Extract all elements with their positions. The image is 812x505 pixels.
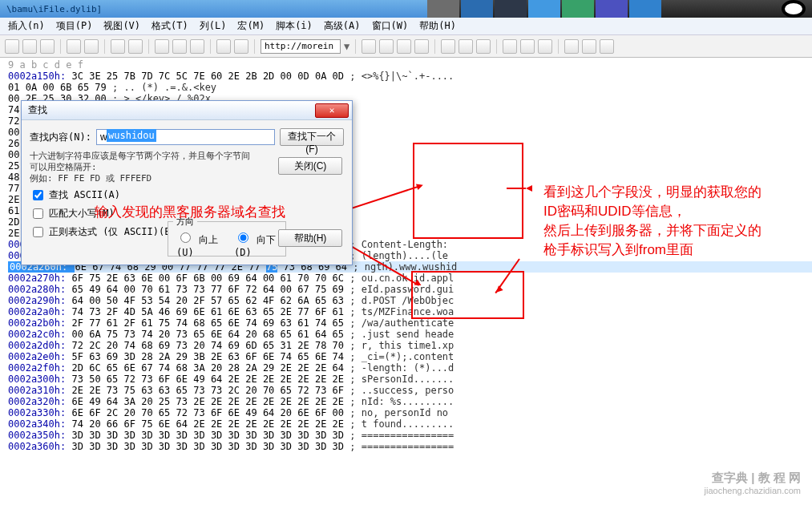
toolbar-separator bbox=[434, 39, 435, 54]
hex-ascii: ; Content-Length: bbox=[344, 239, 448, 250]
hex-row[interactable]: 0002a2d0h: 72 2C 20 74 68 69 73 20 74 69… bbox=[8, 340, 812, 351]
hex-row[interactable]: 0002a270h: 6F 75 2E 63 6E 00 6F 6B 00 69… bbox=[8, 273, 812, 284]
hex-bytes: 64 00 50 4F 53 54 20 2F 57 65 62 4F 62 6… bbox=[71, 295, 344, 306]
hex-offset: 0002a2f0h: bbox=[8, 362, 71, 374]
tool-layout1-icon[interactable] bbox=[441, 39, 455, 54]
menu-macro[interactable]: 宏(M) bbox=[237, 19, 265, 33]
tool-redo-icon[interactable] bbox=[234, 39, 248, 54]
toolbar-separator bbox=[355, 39, 356, 54]
hex-row[interactable]: 0002a2c0h: 00 6A 75 73 74 20 73 65 6E 64… bbox=[8, 329, 812, 340]
menu-insert[interactable]: 插入(n) bbox=[8, 19, 45, 33]
find-direction-group: 方向 向上(U) 向下(D) bbox=[168, 221, 286, 257]
hex-row[interactable]: 0002a310h: 2E 2E 73 75 63 63 65 73 73 2C… bbox=[8, 385, 812, 396]
tool-hex-icon[interactable] bbox=[111, 39, 125, 54]
hex-ascii: ; ..success, perso bbox=[344, 385, 454, 396]
tool-findnext-icon[interactable] bbox=[379, 39, 394, 54]
tool-window3-icon[interactable] bbox=[538, 39, 552, 54]
tool-undo-icon[interactable] bbox=[216, 39, 231, 54]
tool-settings-icon[interactable] bbox=[564, 39, 579, 54]
find-next-button[interactable]: 查找下一个(F) bbox=[280, 128, 344, 146]
tool-window1-icon[interactable] bbox=[503, 39, 517, 54]
hex-row[interactable]: 0002a2b0h: 2F 77 61 2F 61 75 74 68 65 6E… bbox=[8, 317, 812, 329]
hex-bytes: 6E 49 64 3A 20 25 73 2E 2E 2E 2E 2E 2E 2… bbox=[71, 396, 344, 407]
hex-ascii: ; no, personId no bbox=[344, 407, 448, 418]
hex-row[interactable]: 0002a280h: 65 49 64 00 70 61 73 73 77 6F… bbox=[8, 284, 812, 295]
tool-binary-icon[interactable] bbox=[128, 39, 143, 54]
tool-new-icon[interactable] bbox=[5, 39, 19, 54]
hex-ascii: ; t found......... bbox=[344, 418, 454, 430]
tool-save-icon[interactable] bbox=[40, 39, 55, 54]
menu-view[interactable]: 视图(V) bbox=[103, 19, 140, 33]
menu-window[interactable]: 窗口(W) bbox=[372, 19, 409, 33]
hex-offset: 0002a340h: bbox=[8, 418, 71, 430]
find-regex-checkbox[interactable] bbox=[33, 227, 43, 237]
hex-offset: 0002a2b0h: bbox=[8, 317, 71, 329]
hex-row[interactable]: 0002a360h: 3D 3D 3D 3D 3D 3D 3D 3D 3D 3D… bbox=[8, 441, 812, 452]
hex-row[interactable]: 0002a350h: 3D 3D 3D 3D 3D 3D 3D 3D 3D 3D… bbox=[8, 430, 812, 441]
hex-row[interactable]: 0002a330h: 6E 6F 2C 20 70 65 72 73 6F 6E… bbox=[8, 407, 812, 418]
hex-offset: 0002a280h: bbox=[8, 284, 71, 295]
tool-print-icon[interactable] bbox=[67, 39, 81, 54]
menu-project[interactable]: 项目(P) bbox=[56, 19, 93, 33]
find-dialog-titlebar[interactable]: 查找 ✕ bbox=[22, 101, 352, 120]
toolbar: http://morein ▼ bbox=[0, 35, 812, 58]
direction-up-radio[interactable]: 向上(U) bbox=[176, 230, 220, 258]
hex-row[interactable]: 0002a2e0h: 5F 63 69 3D 28 2A 29 3B 2E 63… bbox=[8, 351, 812, 362]
hex-row[interactable]: 0002a150h: 3C 3E 25 7B 7D 7C 5C 7E 60 2E… bbox=[8, 71, 812, 82]
find-ascii-checkbox[interactable] bbox=[33, 190, 43, 200]
hex-ascii: ; /wa/authenticate bbox=[344, 317, 454, 329]
find-help-button[interactable]: 帮助(H) bbox=[278, 229, 342, 247]
hex-bytes: 73 50 65 72 73 6F 6E 49 64 2E 2E 2E 2E 2… bbox=[71, 374, 344, 385]
toolbar-separator bbox=[558, 39, 559, 54]
hex-row[interactable]: 0002a340h: 74 20 66 6F 75 6E 64 2E 2E 2E… bbox=[8, 418, 812, 430]
hex-bytes: 65 49 64 00 70 61 73 73 77 6F 72 64 00 6… bbox=[71, 284, 344, 295]
tool-goto-icon[interactable] bbox=[414, 39, 429, 54]
tool-replace-icon[interactable] bbox=[397, 39, 411, 54]
menu-script[interactable]: 脚本(i) bbox=[276, 19, 313, 33]
hex-row[interactable]: 0002a320h: 6E 49 64 3A 20 25 73 2E 2E 2E… bbox=[8, 396, 812, 407]
menu-help[interactable]: 帮助(H) bbox=[419, 19, 456, 33]
find-dialog: 查找 ✕ 查找内容(N): 查找下一个(F) 十六进制字符串应该是每字节两个字符… bbox=[21, 100, 353, 265]
hex-offset: 0002a2e0h: bbox=[8, 351, 71, 362]
hex-bytes: 74 73 2F 4D 5A 46 69 6E 61 6E 63 65 2E 7… bbox=[71, 306, 344, 317]
menu-advanced[interactable]: 高级(A) bbox=[324, 19, 361, 33]
hex-offset: 0002a300h: bbox=[8, 374, 71, 385]
tool-window2-icon[interactable] bbox=[520, 39, 535, 54]
toolbar-separator bbox=[254, 39, 255, 54]
close-button[interactable]: ✕ bbox=[315, 103, 349, 118]
find-content-label: 查找内容(N): bbox=[30, 131, 91, 144]
tool-open-icon[interactable] bbox=[22, 39, 37, 54]
tool-about-icon[interactable] bbox=[600, 39, 614, 54]
hex-row[interactable]: 0002a300h: 73 50 65 72 73 6F 6E 49 64 2E… bbox=[8, 374, 812, 385]
tool-layout3-icon[interactable] bbox=[476, 39, 491, 54]
hex-offset: 0002a290h: bbox=[8, 295, 71, 306]
window-title: \bamu\iFile.dylib] bbox=[6, 4, 102, 14]
hex-row[interactable]: 0002a290h: 64 00 50 4F 53 54 20 2F 57 65… bbox=[8, 295, 812, 306]
tool-layout2-icon[interactable] bbox=[459, 39, 473, 54]
tool-preview-icon[interactable] bbox=[84, 39, 99, 54]
hex-ascii: ; ================ bbox=[344, 430, 454, 441]
hex-ascii: ; ngth).www.wushid bbox=[347, 261, 457, 273]
hex-row[interactable]: 01 0A 00 6B 65 79 ; .. (*) .=.&.<key bbox=[8, 82, 812, 93]
url-box[interactable]: http://morein bbox=[261, 39, 341, 54]
tool-cut-icon[interactable] bbox=[155, 39, 169, 54]
hex-bytes: 3C 3E 25 7B 7D 7C 5C 7E 60 2E 2B 2D 00 0… bbox=[71, 71, 344, 82]
hex-ascii: ; .. (*) .=.&.<key bbox=[107, 82, 216, 93]
hex-bytes: 6E 6F 2C 20 70 65 72 73 6F 6E 49 64 20 6… bbox=[71, 407, 344, 418]
tool-copy-icon[interactable] bbox=[172, 39, 187, 54]
tool-find-icon[interactable] bbox=[362, 39, 376, 54]
menu-column[interactable]: 列(L) bbox=[200, 19, 227, 33]
hex-ascii: ; ================ bbox=[344, 441, 454, 452]
menu-format[interactable]: 格式(T) bbox=[151, 19, 188, 33]
hex-row[interactable]: 0002a2a0h: 74 73 2F 4D 5A 46 69 6E 61 6E… bbox=[8, 306, 812, 317]
hex-row[interactable]: 0002a2f0h: 2D 6C 65 6E 67 74 68 3A 20 28… bbox=[8, 362, 812, 374]
hex-ascii: ; -length: (*)...d bbox=[344, 362, 454, 374]
hex-bytes: 01 0A 00 6B 65 79 bbox=[8, 82, 107, 93]
find-case-checkbox[interactable] bbox=[33, 208, 43, 219]
annotation-input-hint: 输入发现的黑客服务器域名查找 bbox=[95, 203, 285, 221]
direction-down-radio[interactable]: 向下(D) bbox=[234, 230, 277, 258]
find-ascii-label: 查找 ASCII(A) bbox=[49, 188, 120, 202]
tool-help-icon[interactable] bbox=[582, 39, 596, 54]
tool-paste-icon[interactable] bbox=[190, 39, 204, 54]
find-close-button[interactable]: 关闭(C) bbox=[278, 157, 342, 175]
